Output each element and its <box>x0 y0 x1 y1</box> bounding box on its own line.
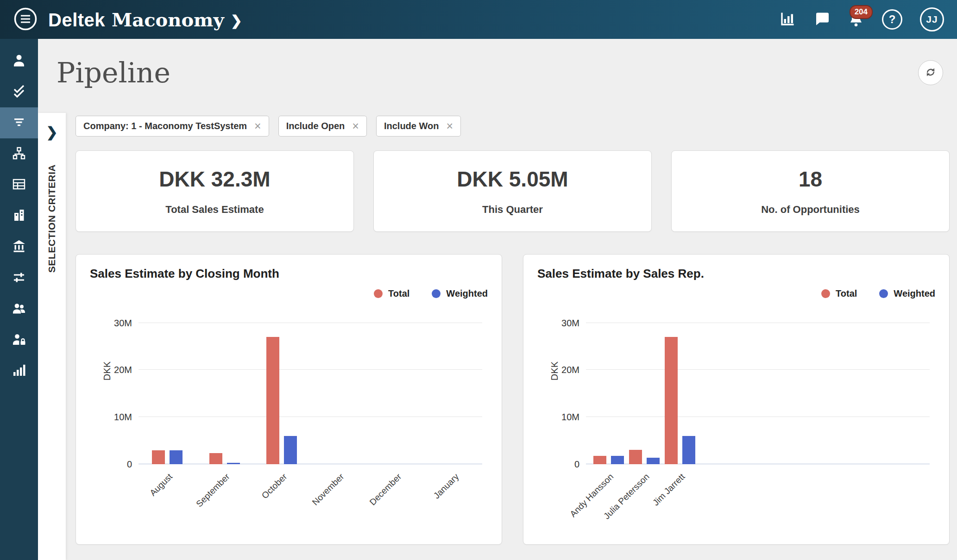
kpi-value: DKK 5.05M <box>457 167 568 192</box>
remove-filter-icon[interactable]: × <box>446 120 453 132</box>
chart-area: DKK 010M20M30MAndy HanssonJulia Petersso… <box>537 302 935 523</box>
bar-total-october[interactable] <box>266 337 279 464</box>
selection-criteria-panel[interactable]: ❯ SELECTION CRITERIA <box>38 113 66 560</box>
filter-chip-label: Include Open <box>286 121 345 131</box>
sidebar-item-people[interactable] <box>0 293 38 324</box>
x-axis-label: September <box>194 472 232 509</box>
chart-legend: TotalWeighted <box>90 287 488 299</box>
notification-badge: 204 <box>850 5 873 19</box>
bar-total-september[interactable] <box>209 453 222 464</box>
kpi-value: 18 <box>799 167 822 192</box>
remove-filter-icon[interactable]: × <box>352 120 359 132</box>
sidebar-item-workflow[interactable] <box>0 262 38 293</box>
sidebar-item-table[interactable] <box>0 169 38 200</box>
y-axis-title: DKK <box>549 361 560 380</box>
filter-chips: Company: 1 - Maconomy TestSystem × Inclu… <box>76 116 950 137</box>
page-header: Pipeline <box>38 39 957 113</box>
legend-item-total[interactable]: Total <box>821 287 857 299</box>
sidebar-item-access[interactable] <box>0 324 38 355</box>
chart-title: Sales Estimate by Closing Month <box>90 267 488 281</box>
brand-logo[interactable]: Deltek Maconomy ❯ <box>48 9 242 31</box>
filter-chip-company: Company: 1 - Maconomy TestSystem × <box>76 116 269 137</box>
category-slot: January <box>425 309 482 464</box>
legend-label: Weighted <box>894 288 935 299</box>
hierarchy-icon <box>12 146 26 162</box>
sidebar <box>0 39 38 560</box>
bar-total-august[interactable] <box>152 450 165 464</box>
legend-label: Weighted <box>446 288 488 299</box>
stats-bars-icon <box>12 363 26 379</box>
help-icon: ? <box>882 9 902 30</box>
bar-total-andy-hansson[interactable] <box>593 456 606 464</box>
menu-button[interactable] <box>13 7 38 32</box>
x-axis-label: Jim Jarrett <box>651 472 687 508</box>
category-slot: Andy Hansson <box>591 309 626 464</box>
plot-area: 010M20M30MAndy HanssonJulia PeterssonJim… <box>586 309 930 464</box>
bar-weighted-andy-hansson[interactable] <box>611 456 624 464</box>
legend-dot <box>821 289 830 298</box>
x-axis-label: November <box>310 472 346 508</box>
y-tick-label: 10M <box>114 412 132 423</box>
refresh-icon <box>924 66 937 80</box>
bar-weighted-jim-jarrett[interactable] <box>682 436 695 464</box>
user-avatar[interactable]: JJ <box>920 7 944 31</box>
filter-icon <box>12 115 26 131</box>
table-grid-icon <box>12 177 26 193</box>
chart-title: Sales Estimate by Sales Rep. <box>537 267 935 281</box>
person-lock-icon <box>12 332 26 348</box>
x-axis-label: December <box>368 472 404 508</box>
bar-weighted-julia-petersson[interactable] <box>647 458 660 464</box>
y-tick-label: 20M <box>561 365 579 375</box>
sidebar-item-selection-criteria[interactable] <box>0 107 38 138</box>
legend-label: Total <box>836 288 857 299</box>
chat-button[interactable] <box>813 11 830 29</box>
brand-maconomy: Maconomy <box>112 9 224 31</box>
legend-item-total[interactable]: Total <box>374 287 409 299</box>
category-slot: December <box>368 309 425 464</box>
legend-dot <box>879 289 888 298</box>
category-slot: August <box>139 309 196 464</box>
kpi-total-sales-estimate: DKK 32.3M Total Sales Estimate <box>76 150 354 232</box>
legend-item-weighted[interactable]: Weighted <box>432 287 488 299</box>
expand-panel-icon[interactable]: ❯ <box>46 124 57 140</box>
legend-label: Total <box>388 288 409 299</box>
brand-deltek: Deltek <box>48 10 105 31</box>
remove-filter-icon[interactable]: × <box>254 120 261 132</box>
bars-container: Andy HanssonJulia PeterssonJim Jarrett <box>586 309 930 464</box>
sidebar-item-hierarchy[interactable] <box>0 138 38 169</box>
filter-chip-include-won: Include Won × <box>376 116 461 137</box>
y-tick-label: 0 <box>127 459 132 470</box>
page-title: Pipeline <box>57 56 170 89</box>
filter-chip-label: Company: 1 - Maconomy TestSystem <box>83 121 247 131</box>
hamburger-icon <box>13 7 38 32</box>
legend-item-weighted[interactable]: Weighted <box>879 287 935 299</box>
refresh-button[interactable] <box>918 60 943 85</box>
dashboard-content: Company: 1 - Maconomy TestSystem × Inclu… <box>66 113 957 560</box>
bar-weighted-september[interactable] <box>227 463 240 464</box>
sidebar-item-company[interactable] <box>0 200 38 231</box>
notifications-button[interactable]: 204 <box>848 11 864 29</box>
filter-chip-label: Include Won <box>384 121 439 131</box>
bar-total-jim-jarrett[interactable] <box>665 337 678 464</box>
bar-weighted-august[interactable] <box>170 450 183 464</box>
sidebar-item-tasks[interactable] <box>0 76 38 107</box>
x-axis-label: October <box>259 472 289 501</box>
double-check-icon <box>12 84 26 100</box>
y-axis-title: DKK <box>102 361 113 380</box>
analytics-button[interactable] <box>779 11 796 29</box>
sidebar-item-contacts[interactable] <box>0 45 38 76</box>
chat-bubble-icon <box>813 11 830 29</box>
category-slot: Julia Petersson <box>626 309 662 464</box>
category-slot: October <box>253 309 310 464</box>
bar-total-julia-petersson[interactable] <box>629 450 642 464</box>
bank-icon <box>12 239 26 255</box>
category-slot: September <box>196 309 253 464</box>
sidebar-item-bank[interactable] <box>0 231 38 262</box>
x-axis-label: January <box>431 472 460 501</box>
kpi-this-quarter: DKK 5.05M This Quarter <box>373 150 652 232</box>
bar-weighted-october[interactable] <box>284 436 297 464</box>
kpi-label: This Quarter <box>482 204 543 216</box>
help-button[interactable]: ? <box>882 9 902 30</box>
sidebar-item-statistics[interactable] <box>0 355 38 386</box>
y-tick-label: 20M <box>114 365 132 375</box>
